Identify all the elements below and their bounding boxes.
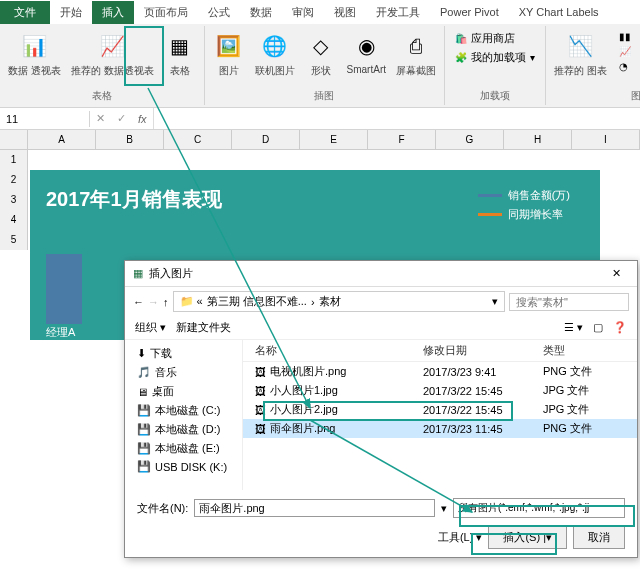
group-label: 插图 [314,89,334,103]
highlight-picture [124,26,164,86]
tab-dev[interactable]: 开发工具 [366,1,430,24]
filename-input[interactable] [194,499,435,517]
row-header[interactable]: 3 [0,190,28,210]
search-input[interactable] [509,293,629,311]
tab-powerpivot[interactable]: Power Pivot [430,2,509,22]
help-icon[interactable]: ❓ [613,321,627,334]
col-header[interactable]: E [300,130,368,149]
group-tables: 📊数据 透视表 📈推荐的 数据透视表 ▦表格 表格 [0,26,205,105]
file-row[interactable]: 🖼 小人图片1.jpg2017/3/22 15:45JPG 文件 [243,381,637,400]
group-addins: 🛍️ 应用商店 🧩 我的加载项 ▾ 加载项 [445,26,546,105]
highlight-filetype [459,505,635,527]
up-icon[interactable]: ↑ [163,296,169,308]
nav-music[interactable]: 🎵 音乐 [125,363,242,382]
chart-type-button[interactable]: 📈 [615,45,640,58]
chart-bar [46,254,82,324]
group-illustrations: 🖼️图片 🌐联机图片 ◇形状 ◉SmartArt ⎙屏幕截图 插图 [205,26,445,105]
highlight-file [263,401,513,421]
tab-layout[interactable]: 页面布局 [134,1,198,24]
tab-insert[interactable]: 插入 [92,1,134,24]
col-date[interactable]: 修改日期 [423,343,543,358]
new-folder-button[interactable]: 新建文件夹 [176,320,231,335]
pivot-table-button[interactable]: 📊数据 透视表 [4,28,65,80]
col-header[interactable]: D [232,130,300,149]
organize-button[interactable]: 组织 ▾ [135,320,166,335]
col-header[interactable]: F [368,130,436,149]
filename-dropdown-icon[interactable]: ▾ [441,502,447,515]
close-icon[interactable]: ✕ [604,265,629,282]
back-icon[interactable]: ← [133,296,144,308]
col-header[interactable]: C [164,130,232,149]
tab-data[interactable]: 数据 [240,1,282,24]
formula-input[interactable] [153,108,640,129]
nav-diskc[interactable]: 💾 本地磁盘 (C:) [125,401,242,420]
filename-label: 文件名(N): [137,501,188,516]
row-header[interactable]: 2 [0,170,28,190]
row-header[interactable]: 1 [0,150,28,170]
file-row-selected[interactable]: 🖼 雨伞图片.png2017/3/23 11:45PNG 文件 [243,419,637,438]
fx-enter-icon[interactable]: ✓ [111,112,132,125]
col-header[interactable]: A [28,130,96,149]
group-label: 图表 [631,89,640,103]
row-header[interactable]: 5 [0,230,28,250]
tab-view[interactable]: 视图 [324,1,366,24]
group-label: 加载项 [480,89,510,103]
col-header[interactable]: B [96,130,164,149]
fx-cancel-icon[interactable]: ✕ [90,112,111,125]
view-icon[interactable]: ☰ ▾ [564,321,583,334]
tab-xychart[interactable]: XY Chart Labels [509,2,609,22]
col-name[interactable]: 名称 [243,343,423,358]
highlight-insert [471,533,557,555]
tab-formula[interactable]: 公式 [198,1,240,24]
group-label: 表格 [92,89,112,103]
row-header[interactable]: 4 [0,210,28,230]
smartart-button[interactable]: ◉SmartArt [343,28,390,80]
my-addins-button[interactable]: 🧩 我的加载项 ▾ [451,49,539,66]
nav-usb[interactable]: 💾 USB DISK (K:) [125,458,242,475]
tab-review[interactable]: 审阅 [282,1,324,24]
forward-icon[interactable]: → [148,296,159,308]
nav-desktop[interactable]: 🖥 桌面 [125,382,242,401]
group-charts: 📉推荐的 图表 ▮▮ 📈 ◔ 📊数据透视图 图表 [546,26,640,105]
chart-type-button[interactable]: ▮▮ [615,30,640,43]
legend-item: 同期增长率 [478,207,570,222]
col-header[interactable]: G [436,130,504,149]
insert-picture-dialog: ▦ 插入图片 ✕ ← → ↑ 📁 « 第三期 信息图不难... › 素材 ▾ 组… [124,260,638,558]
nav-pane: ⬇ 下载 🎵 音乐 🖥 桌面 💾 本地磁盘 (C:) 💾 本地磁盘 (D:) 💾… [125,340,243,490]
nav-diske[interactable]: 💾 本地磁盘 (E:) [125,439,242,458]
excel-icon: ▦ [133,267,143,280]
picture-button[interactable]: 🖼️图片 [209,28,249,80]
cancel-button[interactable]: 取消 [573,526,625,549]
fx-icon[interactable]: fx [132,113,153,125]
dialog-title: 插入图片 [149,266,193,281]
shapes-button[interactable]: ◇形状 [301,28,341,80]
nav-diskd[interactable]: 💾 本地磁盘 (D:) [125,420,242,439]
file-row[interactable]: 🖼 电视机图片.png2017/3/23 9:41PNG 文件 [243,362,637,381]
select-all[interactable] [0,130,28,149]
rec-chart-button[interactable]: 📉推荐的 图表 [550,28,611,80]
table-button[interactable]: ▦表格 [160,28,200,80]
col-header[interactable]: H [504,130,572,149]
col-header[interactable]: I [572,130,640,149]
name-box[interactable]: 11 [0,111,90,127]
col-type[interactable]: 类型 [543,343,637,358]
store-button[interactable]: 🛍️ 应用商店 [451,30,539,47]
path-breadcrumb[interactable]: 📁 « 第三期 信息图不难... › 素材 ▾ [173,291,506,312]
chart-type-button[interactable]: ◔ [615,60,640,73]
legend-item: 销售金额(万) [478,188,570,203]
preview-icon[interactable]: ▢ [593,321,603,334]
screenshot-button[interactable]: ⎙屏幕截图 [392,28,440,80]
tab-home[interactable]: 开始 [50,1,92,24]
nav-downloads[interactable]: ⬇ 下载 [125,344,242,363]
bar-label: 经理A [46,325,75,340]
tab-file[interactable]: 文件 [0,1,50,24]
online-pic-button[interactable]: 🌐联机图片 [251,28,299,80]
